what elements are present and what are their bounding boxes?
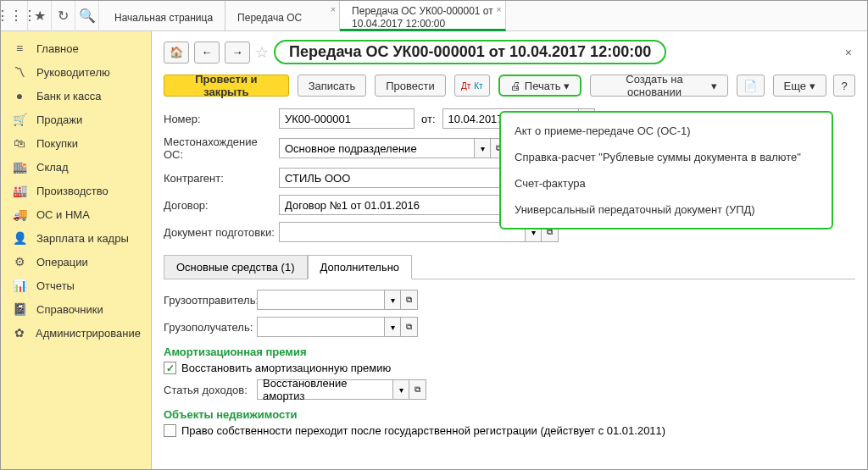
- sidebar-item-os-nma[interactable]: 🚚ОС и НМА: [1, 202, 151, 226]
- warehouse-icon: 🏬: [11, 160, 28, 174]
- sidebar-label: Продажи: [36, 113, 82, 126]
- print-menu-item-upd[interactable]: Универсальный передаточный документ (УПД…: [501, 196, 832, 223]
- document-action-button[interactable]: 📄: [737, 75, 765, 97]
- sidebar-label: Склад: [36, 161, 69, 174]
- consignee-field[interactable]: [257, 317, 384, 337]
- number-label: Номер:: [164, 113, 279, 125]
- counterparty-label: Контрагент:: [164, 172, 279, 185]
- print-menu-item-invoice[interactable]: Счет-фактура: [501, 170, 832, 196]
- depreciation-section-title: Амортизационная премия: [164, 346, 855, 358]
- print-menu-item-act-os1[interactable]: Акт о приеме-передаче ОС (ОС-1): [501, 118, 832, 144]
- person-icon: 👤: [11, 231, 28, 245]
- sidebar-item-bank[interactable]: ●Банк и касса: [1, 84, 151, 108]
- chevron-down-icon[interactable]: ▾: [474, 138, 491, 158]
- tab-transfer-os[interactable]: Передача ОС ×: [225, 1, 340, 30]
- create-based-on-button[interactable]: Создать на основании ▾: [590, 75, 727, 97]
- realty-checkbox[interactable]: ✓: [164, 424, 176, 437]
- chevron-down-icon: ▾: [564, 80, 570, 92]
- number-field[interactable]: УК00-000001: [279, 108, 415, 129]
- chevron-down-icon[interactable]: ▾: [392, 379, 409, 400]
- tab-transfer-os-doc[interactable]: Передача ОС УК00-000001 от 10.04.2017 12…: [340, 1, 506, 31]
- home-button[interactable]: 🏠: [164, 41, 189, 64]
- titlebar: ⋮⋮⋮ ★ ↻ 🔍 Начальная страница Передача ОС…: [1, 1, 867, 31]
- print-button[interactable]: 🖨 Печать ▾: [498, 75, 582, 97]
- sidebar-item-salary[interactable]: 👤Зарплата и кадры: [1, 226, 151, 250]
- sidebar-label: Главное: [36, 42, 79, 55]
- close-doc-button[interactable]: ×: [842, 46, 855, 59]
- sidebar-item-operations[interactable]: ⚙Операции: [1, 250, 151, 274]
- open-icon[interactable]: ⧉: [409, 379, 426, 400]
- tab-label-line1: Передача ОС УК00-000001 от: [352, 5, 493, 17]
- more-button[interactable]: Еще ▾: [773, 75, 826, 97]
- print-label: Печать: [525, 80, 561, 92]
- sidebar-label: Администрирование: [36, 327, 141, 340]
- close-icon[interactable]: ×: [331, 4, 336, 14]
- chevron-down-icon[interactable]: ▾: [384, 317, 401, 337]
- bag-icon: 🛍: [11, 136, 28, 150]
- menu-icon: ≡: [11, 41, 28, 55]
- close-icon[interactable]: ×: [496, 4, 501, 14]
- income-field[interactable]: Восстановление амортиз: [257, 379, 392, 400]
- gear-icon: ⚙: [11, 255, 28, 268]
- restore-depr-label: Восстановить амортизационную премию: [181, 362, 391, 374]
- contract-label: Договор:: [164, 199, 279, 212]
- sidebar-item-sales[interactable]: 🛒Продажи: [1, 108, 151, 131]
- write-button[interactable]: Записать: [298, 75, 367, 97]
- help-button[interactable]: ?: [833, 75, 855, 97]
- print-dropdown-menu: Акт о приеме-передаче ОС (ОС-1) Справка-…: [499, 111, 833, 229]
- counterparty-field[interactable]: СТИЛЬ ООО: [279, 168, 525, 188]
- location-field[interactable]: Основное подразделение: [279, 138, 474, 158]
- apps-icon[interactable]: ⋮⋮⋮: [4, 1, 28, 31]
- prepdoc-label: Документ подготовки:: [164, 226, 279, 239]
- income-label: Статья доходов:: [164, 384, 257, 396]
- doc-header: 🏠 ← → ☆ Передача ОС УК00-000001 от 10.04…: [164, 40, 855, 64]
- sidebar-item-reports[interactable]: 📊Отчеты: [1, 274, 151, 297]
- search-icon[interactable]: 🔍: [75, 1, 99, 31]
- toolbar: Провести и закрыть Записать Провести ДтК…: [164, 75, 855, 97]
- dt-kt-button[interactable]: ДтКт: [454, 75, 490, 97]
- prepdoc-field[interactable]: [279, 222, 525, 242]
- open-icon[interactable]: ⧉: [401, 290, 418, 310]
- sidebar-label: Отчеты: [36, 279, 75, 292]
- settings-icon: ✿: [11, 326, 27, 340]
- chevron-down-icon: ▾: [810, 80, 815, 92]
- from-label: от:: [421, 113, 436, 125]
- open-icon[interactable]: ⧉: [401, 317, 418, 337]
- favorite-star-icon[interactable]: ☆: [255, 43, 269, 62]
- contract-field[interactable]: Договор №1 от 01.01.2016: [279, 195, 525, 215]
- create-based-label: Создать на основании: [601, 73, 707, 98]
- sidebar-item-manager[interactable]: 〽Руководителю: [1, 60, 151, 84]
- consignor-label: Грузоотправитель:: [164, 294, 257, 307]
- sidebar-item-warehouse[interactable]: 🏬Склад: [1, 155, 151, 179]
- sidebar-item-purchases[interactable]: 🛍Покупки: [1, 131, 151, 155]
- sidebar-item-main[interactable]: ≡Главное: [1, 36, 151, 60]
- sidebar-label: Руководителю: [36, 66, 110, 79]
- book-icon: 📓: [11, 302, 28, 316]
- post-and-close-button[interactable]: Провести и закрыть: [164, 75, 289, 97]
- print-menu-item-reference[interactable]: Справка-расчет "Рублевые суммы документа…: [501, 144, 832, 170]
- chevron-down-icon[interactable]: ▾: [384, 290, 401, 310]
- history-icon[interactable]: ↻: [52, 1, 75, 31]
- tab-assets[interactable]: Основные средства (1): [164, 255, 308, 279]
- tab-additional[interactable]: Дополнительно: [308, 255, 413, 279]
- tab-start-page[interactable]: Начальная страница: [103, 1, 225, 30]
- more-label: Еще: [784, 80, 806, 92]
- sidebar-item-admin[interactable]: ✿Администрирование: [1, 321, 151, 345]
- row-consignee: Грузополучатель: ▾ ⧉: [164, 317, 855, 337]
- star-icon[interactable]: ★: [28, 1, 52, 31]
- tab-label-line2: 10.04.2017 12:00:00: [352, 18, 493, 30]
- tab-label: Передача ОС: [237, 12, 327, 24]
- sidebar-label: Зарплата и кадры: [36, 232, 129, 245]
- consignor-field[interactable]: [257, 290, 384, 310]
- back-button[interactable]: ←: [194, 41, 220, 64]
- chart-icon: 〽: [11, 65, 28, 79]
- sidebar-item-references[interactable]: 📓Справочники: [1, 297, 151, 321]
- cart-icon: 🛒: [11, 113, 28, 126]
- restore-depr-checkbox[interactable]: ✓: [164, 362, 176, 374]
- forward-button[interactable]: →: [225, 41, 250, 64]
- printer-icon: 🖨: [510, 80, 521, 92]
- post-button[interactable]: Провести: [375, 75, 446, 97]
- sidebar-item-production[interactable]: 🏭Производство: [1, 179, 151, 202]
- sidebar: ≡Главное 〽Руководителю ●Банк и касса 🛒Пр…: [1, 31, 152, 470]
- row-income: Статья доходов: Восстановление амортиз ▾…: [164, 379, 855, 400]
